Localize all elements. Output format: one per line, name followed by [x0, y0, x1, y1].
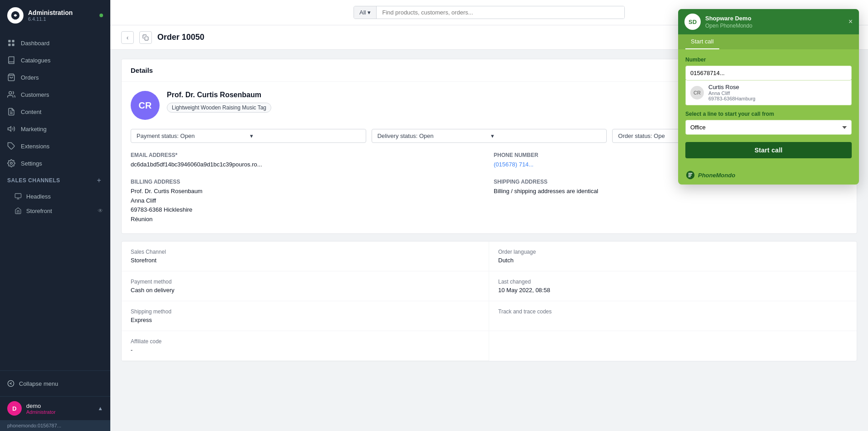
user-section[interactable]: D demo Administrator ▲: [0, 396, 110, 420]
sales-channels-section: Sales Channels +: [0, 172, 110, 189]
sales-channel-label: Sales Channel: [131, 249, 480, 255]
svg-rect-2: [12, 40, 14, 42]
copy-button[interactable]: [139, 31, 152, 44]
search-input[interactable]: [377, 6, 624, 19]
app-logo: [7, 7, 24, 24]
order-language-label: Order language: [498, 249, 848, 255]
billing-address: Prof. Dr. Curtis Rosenbaum Anna Cliff 69…: [131, 187, 485, 224]
payment-method-value: Cash on delivery: [131, 287, 480, 294]
popup-tabs: Start call: [678, 34, 859, 49]
tab-start-call[interactable]: Start call: [685, 34, 719, 49]
customer-tag: Lightweight Wooden Raising Music Tag: [167, 103, 271, 113]
last-changed-value: 10 May 2022, 08:58: [498, 287, 848, 294]
billing-street: Anna Cliff: [131, 197, 156, 204]
autocomplete-detail1: Anna Cliff 69783-6368Hamburg: [708, 90, 755, 101]
sidebar-item-orders[interactable]: Orders: [0, 69, 110, 86]
sales-channel-cell: Sales Channel Storefront: [122, 242, 489, 271]
popup-header: SD Shopware Demo Open PhoneMondo ×: [678, 9, 859, 34]
popup-body: Number CR Curtis Rose Anna Cliff 69783-6…: [678, 49, 859, 166]
svg-rect-1: [8, 40, 10, 42]
gear-icon: [7, 159, 15, 167]
tab-label: Start call: [691, 38, 714, 45]
autocomplete-name: Curtis Rose: [708, 84, 755, 90]
last-changed-cell: Last changed 10 May 2022, 08:58: [489, 271, 857, 301]
sidebar-item-headless[interactable]: Headless: [0, 189, 110, 204]
sidebar-item-content[interactable]: Content: [0, 103, 110, 120]
copy-icon: [142, 34, 149, 41]
app-title: Administration 6.4.11.1: [28, 9, 73, 22]
grid-icon: [7, 39, 15, 47]
autocomplete-item[interactable]: CR Curtis Rose Anna Cliff 69783-6368Hamb…: [686, 80, 851, 105]
svg-rect-3: [8, 44, 10, 46]
last-changed-label: Last changed: [498, 279, 848, 285]
user-name: demo: [26, 403, 56, 409]
autocomplete-info: Curtis Rose Anna Cliff 69783-6368Hamburg: [708, 84, 755, 101]
svg-point-10: [10, 162, 13, 165]
add-sales-channel-button[interactable]: +: [95, 176, 103, 185]
sidebar-item-label: Storefront: [26, 208, 52, 214]
sidebar-item-settings[interactable]: Settings: [0, 155, 110, 172]
billing-label: Billing address: [131, 179, 485, 185]
start-call-button[interactable]: Start call: [685, 142, 852, 158]
phone-link[interactable]: (015678) 714...: [494, 161, 533, 168]
email-block: Email address* dc6da1bd5df14bc3946060a9d…: [131, 152, 485, 170]
popup-title: Shopware Demo: [705, 14, 752, 23]
sidebar-item-label: Customers: [21, 91, 49, 98]
payment-status-select[interactable]: Payment status: Open ▾: [131, 129, 366, 143]
order-language-cell: Order language Dutch: [489, 242, 857, 271]
popup-avatar: SD: [684, 14, 701, 30]
sidebar-item-label: Extensions: [21, 143, 50, 150]
sales-channel-value: Storefront: [131, 257, 480, 264]
search-filter-button[interactable]: All ▾: [354, 6, 377, 19]
shipping-value: Billing / shipping addresses are identic…: [494, 187, 848, 196]
payment-status-label: Payment status: Open: [137, 133, 246, 139]
phonemondo-bar-text: phonemondo:0156787...: [7, 423, 61, 428]
popup-footer: PhoneMondo: [678, 166, 859, 185]
user-initial: D: [12, 405, 16, 412]
sidebar-item-dashboard[interactable]: Dashboard: [0, 34, 110, 52]
popup-close-button[interactable]: ×: [849, 18, 853, 26]
line-select[interactable]: Office Headless Storefront: [685, 120, 852, 135]
sidebar-item-extensions[interactable]: Extensions: [0, 137, 110, 155]
chevron-down-icon: ▾: [368, 9, 371, 16]
sidebar-item-marketing[interactable]: Marketing: [0, 120, 110, 137]
sales-channels-label: Sales Channels: [7, 177, 60, 184]
sidebar-item-label: Marketing: [21, 126, 47, 133]
sidebar-item-storefront[interactable]: Storefront 👁: [0, 204, 110, 218]
store-icon: [14, 207, 22, 214]
svg-rect-13: [145, 37, 148, 40]
affiliate-label: Affiliate code: [131, 338, 480, 345]
affiliate-cell: Affiliate code -: [122, 331, 489, 361]
sidebar-item-catalogues[interactable]: Catalogues: [0, 52, 110, 69]
sidebar-item-label: Settings: [21, 160, 42, 167]
user-role: Administrator: [26, 409, 56, 415]
customer-avatar: CR: [131, 91, 160, 120]
number-label: Number: [685, 57, 852, 63]
file-icon: [7, 108, 15, 116]
sidebar-item-label: Catalogues: [21, 57, 51, 64]
search-container: All ▾: [354, 6, 625, 19]
payment-method-cell: Payment method Cash on delivery: [122, 271, 489, 301]
storefront-visibility-icon[interactable]: 👁: [98, 208, 103, 214]
delivery-status-select[interactable]: Delivery status: Open ▾: [372, 129, 607, 143]
shipping-method-value: Express: [131, 317, 480, 323]
number-input[interactable]: [685, 66, 852, 81]
billing-country: Réunion: [131, 216, 152, 223]
sidebar-item-label: Headless: [26, 193, 51, 200]
collapse-menu-button[interactable]: Collapse menu: [7, 376, 103, 391]
megaphone-icon: [7, 125, 15, 133]
email-label: Email address*: [131, 152, 485, 158]
svg-rect-11: [15, 194, 21, 198]
autocomplete-dropdown: CR Curtis Rose Anna Cliff 69783-6368Hamb…: [685, 80, 852, 105]
back-button[interactable]: ‹: [121, 31, 134, 44]
sidebar-item-label: Dashboard: [21, 40, 50, 47]
phonemondo-popup: SD Shopware Demo Open PhoneMondo × Start…: [678, 9, 859, 185]
shipping-block: Shipping address Billing / shipping addr…: [494, 179, 848, 224]
main-nav: Dashboard Catalogues Orders Customers Co…: [0, 31, 110, 370]
app-version: 6.4.11.1: [28, 16, 73, 22]
sidebar-header: Administration 6.4.11.1: [0, 0, 110, 31]
sidebar-item-customers[interactable]: Customers: [0, 86, 110, 103]
app-name: Administration: [28, 9, 73, 16]
chevron-up-icon: ▲: [98, 405, 103, 412]
track-trace-label: Track and trace codes: [498, 308, 848, 315]
